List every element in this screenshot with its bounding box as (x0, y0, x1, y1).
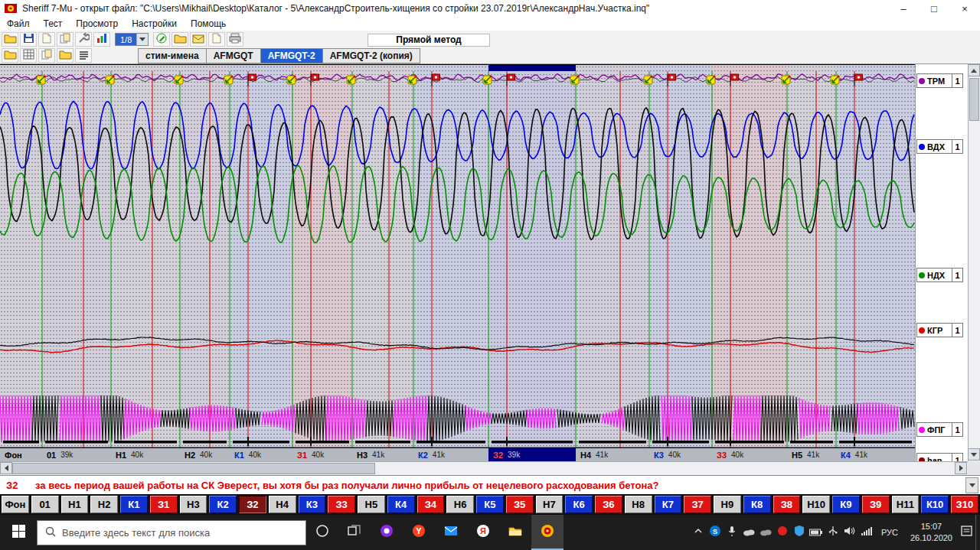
question-button-З3[interactable]: З3 (328, 496, 355, 513)
search-input[interactable]: Введите здесь текст для поиска (37, 520, 306, 545)
language-indicator[interactable]: РУС (875, 528, 904, 537)
timeline-segment[interactable]: К241k (418, 448, 445, 461)
question-button-Н2[interactable]: Н2 (90, 496, 118, 513)
action-center-button[interactable] (959, 515, 975, 550)
chart-area[interactable] (0, 64, 915, 447)
timeline-segment[interactable]: К140k (234, 448, 261, 461)
chart-canvas[interactable] (0, 65, 915, 447)
scroll-right-button[interactable] (955, 462, 967, 474)
clock[interactable]: 15:07 26.10.2020 (904, 521, 959, 544)
close-button[interactable]: × (949, 0, 980, 17)
question-button-К2[interactable]: К2 (209, 496, 237, 513)
menu-settings[interactable]: Настройки (125, 17, 184, 31)
question-button-З2[interactable]: З2 (239, 496, 266, 513)
question-button-Н3[interactable]: Н3 (180, 496, 207, 513)
timeline-segment[interactable]: К340k (654, 448, 681, 461)
sheriff-taskbar-button[interactable] (531, 515, 564, 550)
title-bar[interactable]: Sheriff 7-Mu - открыт файл: "C:\Users\Mi… (0, 0, 980, 17)
yandex-taskbar-button[interactable]: Y (403, 515, 435, 550)
app-purple-taskbar-button[interactable] (371, 515, 403, 550)
task-view-taskbar-button[interactable] (338, 515, 371, 550)
question-button-Н8[interactable]: Н8 (625, 496, 652, 513)
timeline-segment[interactable]: 0139k (47, 448, 73, 461)
toolbar-chart-button[interactable] (93, 32, 110, 47)
channel-trm[interactable]: ТРМ1 (916, 73, 963, 88)
toolbar-mail-tb-button[interactable] (190, 32, 207, 47)
yandex-browser-taskbar-button[interactable]: Я (467, 515, 499, 550)
question-dropdown-button[interactable] (965, 477, 978, 493)
timeline-segment[interactable]: Н441k (580, 448, 608, 461)
channel-fpg[interactable]: ФПГ1 (916, 422, 963, 437)
volume-tray-button[interactable] (841, 515, 858, 550)
scale-select[interactable]: 1/8 (115, 33, 149, 46)
network-tray-button[interactable] (858, 515, 875, 550)
question-button-К10[interactable]: К10 (921, 496, 949, 513)
timeline-segment[interactable]: К441k (841, 448, 867, 461)
timeline-segment[interactable]: З340k (717, 448, 743, 461)
scroll-up-button[interactable] (968, 64, 980, 76)
toolbar-wrench-button[interactable] (75, 32, 92, 47)
question-button-К4[interactable]: К4 (387, 496, 415, 513)
channel-ndh[interactable]: НДХ1 (916, 268, 963, 282)
question-button-К5[interactable]: К5 (476, 496, 504, 513)
shield-tray-button[interactable] (791, 515, 808, 550)
question-button-З1[interactable]: З1 (150, 496, 178, 513)
question-button-Н7[interactable]: Н7 (536, 496, 564, 513)
toolbar-list-button[interactable] (75, 48, 92, 63)
question-button-Н9[interactable]: Н9 (714, 496, 741, 513)
timeline-segment[interactable]: З140k (297, 448, 324, 461)
toolbar-open-file-button[interactable] (2, 32, 18, 47)
timeline-segment[interactable]: Н240k (185, 448, 212, 461)
alert-tray-button[interactable] (774, 515, 791, 550)
battery-tray-button[interactable] (808, 515, 825, 550)
toolbar-grid-button[interactable] (20, 48, 37, 63)
start-button[interactable] (0, 515, 37, 550)
tray-expand-tray-button[interactable] (690, 515, 707, 550)
timeline-segment[interactable]: Н341k (357, 448, 384, 461)
question-button-Н4[interactable]: Н4 (269, 496, 296, 513)
tab-afmgqt[interactable]: AFMGQT (206, 48, 260, 63)
timeline-segment[interactable]: Н140k (116, 448, 143, 461)
mail-taskbar-button[interactable] (435, 515, 467, 550)
explorer-taskbar-button[interactable] (499, 515, 531, 550)
question-button-З8[interactable]: З8 (773, 496, 801, 513)
question-button-Н5[interactable]: Н5 (358, 496, 385, 513)
tab-afmgqt-2-copy[interactable]: AFMGQT-2 (копия) (322, 48, 420, 63)
menu-help[interactable]: Помощь (184, 17, 233, 31)
microphone-tray-button[interactable] (724, 515, 740, 550)
question-button-К3[interactable]: К3 (299, 496, 326, 513)
question-button-Н11[interactable]: Н11 (892, 496, 920, 513)
scroll-left-button[interactable] (0, 462, 12, 474)
toolbar-pencil-button[interactable] (153, 32, 170, 47)
question-button-З10[interactable]: З10 (951, 496, 978, 513)
cloud-tray-button[interactable] (757, 515, 774, 550)
menu-file[interactable]: Файл (0, 17, 37, 31)
toolbar-page-button[interactable] (208, 32, 225, 47)
vertical-scrollbar[interactable] (968, 64, 980, 461)
question-button-З6[interactable]: З6 (595, 496, 622, 513)
channel-vdh[interactable]: ВДХ1 (916, 139, 963, 154)
tab-stim-names[interactable]: стим-имена (138, 48, 206, 63)
horizontal-scroll-thumb[interactable] (12, 463, 375, 474)
onedrive-tray-button[interactable] (740, 515, 757, 550)
question-button-З4[interactable]: З4 (417, 496, 445, 513)
question-button-З7[interactable]: З7 (684, 496, 711, 513)
horizontal-scrollbar[interactable] (0, 461, 968, 475)
toolbar-page-button[interactable] (38, 32, 55, 47)
usb-tray-button[interactable] (825, 515, 841, 550)
maximize-button[interactable]: □ (919, 0, 949, 17)
question-button-К9[interactable]: К9 (832, 496, 860, 513)
question-button-З5[interactable]: З5 (506, 496, 534, 513)
toolbar-open-file-button[interactable] (57, 48, 74, 63)
toolbar-copy-button[interactable] (57, 32, 74, 47)
toolbar-open-file-button[interactable] (2, 48, 18, 63)
question-button-Фон[interactable]: Фон (2, 496, 29, 513)
toolbar-save-button[interactable] (20, 32, 37, 47)
toolbar-print-button[interactable] (227, 32, 243, 47)
toolbar-copy-button[interactable] (38, 48, 55, 63)
timeline[interactable]: Фон0139kН140kН240kК140kЗ140kН341kК241kЗ2… (0, 447, 915, 461)
timeline-segment[interactable]: Н541k (792, 448, 819, 461)
question-button-К1[interactable]: К1 (120, 496, 148, 513)
scroll-down-button[interactable] (968, 448, 980, 461)
question-button-К7[interactable]: К7 (655, 496, 682, 513)
